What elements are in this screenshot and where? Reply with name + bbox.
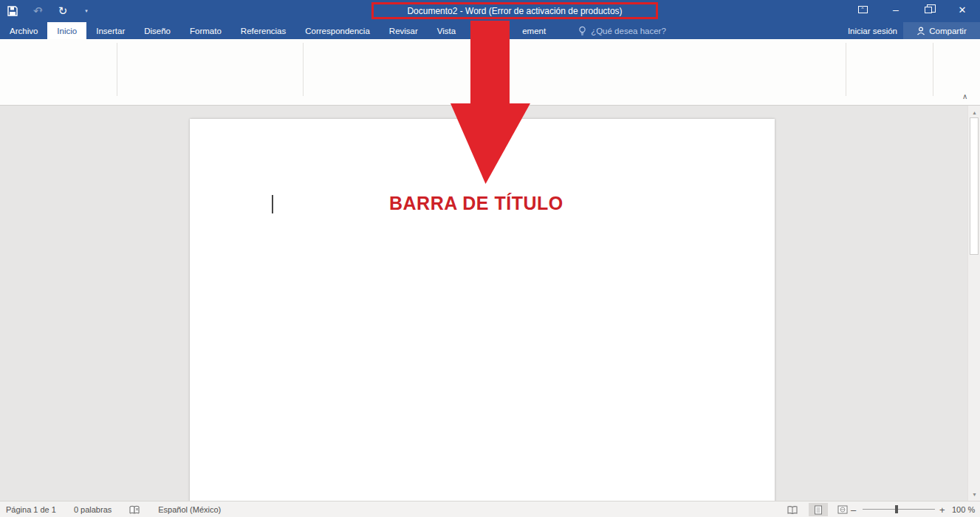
zoom-slider-track[interactable] — [863, 509, 935, 510]
minimize-icon: – — [893, 4, 899, 16]
group-separator — [933, 43, 933, 96]
annotation-label: BARRA DE TÍTULO — [389, 193, 596, 214]
document-page[interactable] — [190, 119, 775, 514]
vertical-scrollbar[interactable]: ▴ ▾ — [967, 106, 980, 501]
title-bar: ↶▾ ↻ ▾ Documento2 - Word (Error de activ… — [0, 0, 980, 22]
scrollbar-up-icon[interactable]: ▴ — [968, 107, 980, 117]
minimize-button[interactable]: – — [884, 0, 908, 19]
save-icon[interactable] — [0, 0, 25, 22]
zoom-level[interactable]: 100 % — [952, 501, 975, 517]
word-count[interactable]: 0 palabras — [74, 505, 112, 514]
close-icon: ✕ — [959, 4, 967, 16]
tab-addin-partially-hidden[interactable]: ement — [513, 22, 555, 39]
undo-icon[interactable]: ↶▾ — [25, 0, 50, 22]
tell-me-box[interactable]: ¿Qué desea hacer? — [569, 22, 676, 39]
web-layout-icon — [837, 505, 848, 514]
restore-icon — [925, 7, 932, 13]
sign-in-button[interactable]: Iniciar sesión — [848, 22, 897, 39]
group-separator — [846, 43, 846, 96]
proofing-status-icon[interactable] — [129, 505, 140, 515]
zoom-in-button[interactable]: + — [939, 501, 945, 517]
tab-archivo[interactable]: Archivo — [0, 22, 47, 39]
zoom-out-button[interactable]: – — [851, 501, 856, 517]
ribbon-display-options-button[interactable]: ⌃ — [851, 0, 874, 19]
person-icon — [916, 27, 925, 35]
tab-inicio[interactable]: Inicio — [47, 22, 86, 39]
tab-formato[interactable]: Formato — [180, 22, 231, 39]
tab-correspondencia[interactable]: Correspondencia — [295, 22, 380, 39]
group-separator — [303, 43, 304, 96]
zoom-slider-thumb[interactable] — [895, 505, 898, 513]
quick-access-toolbar: ↶▾ ↻ ▾ — [0, 0, 100, 22]
print-layout-icon — [814, 505, 823, 515]
restore-button[interactable] — [916, 0, 940, 19]
ribbon-display-options-icon: ⌃ — [858, 6, 868, 13]
tab-diseno[interactable]: Diseño — [134, 22, 180, 39]
status-bar: Página 1 de 1 0 palabras Español (México… — [0, 501, 980, 517]
tab-revisar[interactable]: Revisar — [380, 22, 428, 39]
web-layout-button[interactable] — [833, 503, 852, 516]
text-cursor — [272, 195, 273, 213]
customize-qat-icon[interactable]: ▾ — [75, 0, 100, 22]
tab-vista[interactable]: Vista — [428, 22, 465, 39]
window-title: Documento2 - Word (Error de activación d… — [407, 6, 622, 16]
language-indicator[interactable]: Español (México) — [158, 505, 221, 514]
group-separator — [117, 43, 117, 96]
tab-referencias[interactable]: Referencias — [231, 22, 295, 39]
print-layout-button[interactable] — [809, 503, 828, 516]
undo-dropdown-icon[interactable]: ▾ — [40, 8, 43, 14]
share-button[interactable]: Compartir — [903, 22, 980, 39]
redo-icon[interactable]: ↻ — [50, 0, 75, 22]
read-mode-button[interactable] — [783, 503, 802, 516]
close-button[interactable]: ✕ — [949, 0, 976, 19]
page-indicator[interactable]: Página 1 de 1 — [6, 505, 56, 514]
scrollbar-down-icon[interactable]: ▾ — [968, 489, 980, 499]
collapse-ribbon-icon[interactable]: ∧ — [962, 92, 967, 100]
annotation-arrow-shaft — [470, 21, 510, 105]
read-mode-icon — [787, 506, 798, 514]
title-highlight-box: Documento2 - Word (Error de activación d… — [371, 2, 658, 19]
lightbulb-icon — [578, 26, 586, 36]
tab-insertar[interactable]: Insertar — [86, 22, 134, 39]
scrollbar-thumb[interactable] — [970, 117, 979, 255]
